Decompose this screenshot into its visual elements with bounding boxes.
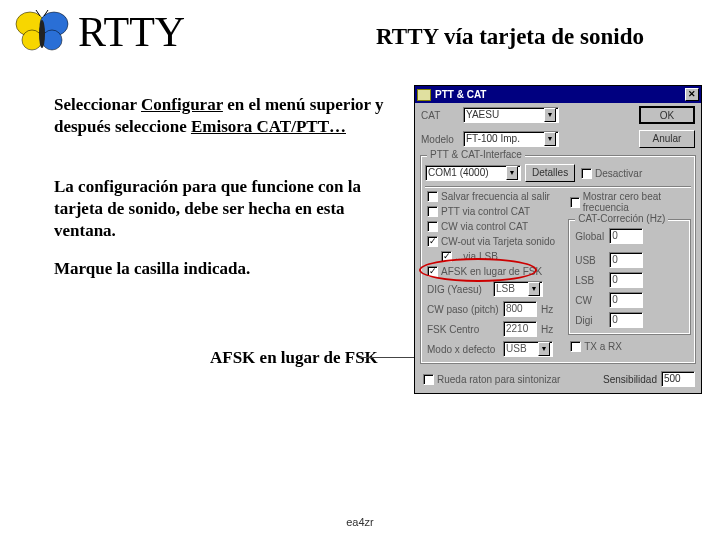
modelo-select[interactable]: FT-100 Imp.▼ bbox=[463, 131, 559, 147]
svg-point-2 bbox=[22, 30, 42, 50]
salvar-checkbox[interactable]: Salvar frecuencia al salir bbox=[425, 189, 566, 204]
fsk-centro-input[interactable]: 2210 bbox=[503, 321, 537, 337]
dig-yaesu-row: DIG (Yaesu) LSB▼ bbox=[425, 279, 566, 299]
butterfly-icon bbox=[14, 10, 70, 54]
cw-out-checkbox[interactable]: ✓CW-out via Tarjeta sonido bbox=[425, 234, 566, 249]
afsk-checkbox[interactable]: ✓AFSK en lugar de FSK bbox=[425, 264, 566, 279]
modo-defecto-select[interactable]: USB▼ bbox=[503, 341, 553, 357]
desactivar-checkbox[interactable]: Desactivar bbox=[579, 166, 644, 181]
mostrar-checkbox[interactable]: Mostrar cero beat frecuencia bbox=[568, 189, 691, 215]
lsb-input[interactable]: 0 bbox=[609, 272, 643, 288]
chevron-down-icon: ▼ bbox=[538, 342, 550, 356]
chevron-down-icon: ▼ bbox=[506, 166, 518, 180]
cw-input[interactable]: 0 bbox=[609, 292, 643, 308]
dig-yaesu-select[interactable]: LSB▼ bbox=[493, 281, 543, 297]
paragraph-1: Seleccionar Configurar en el menú superi… bbox=[54, 94, 394, 138]
footer-credit: ea4zr bbox=[0, 516, 720, 528]
cw-paso-input[interactable]: 800 bbox=[503, 301, 537, 317]
dialog-app-icon bbox=[417, 89, 431, 101]
via-lsb-checkbox[interactable]: ✓...via LSB bbox=[425, 249, 566, 264]
ptt-cat-checkbox[interactable]: PTT via control CAT bbox=[425, 204, 566, 219]
chevron-down-icon: ▼ bbox=[528, 282, 540, 296]
usb-input[interactable]: 0 bbox=[609, 252, 643, 268]
ptt-cat-interface-group: PTT & CAT-Interface COM1 (4000)▼ Detalle… bbox=[420, 155, 696, 364]
tx-rx-checkbox[interactable]: TX a RX bbox=[568, 339, 691, 354]
cat-label: CAT bbox=[421, 110, 459, 121]
paragraph-2: La configuración para que funcione con l… bbox=[54, 176, 394, 241]
fsk-centro-row: FSK Centro 2210 Hz bbox=[425, 319, 566, 339]
modo-defecto-row: Modo x defecto USB▼ bbox=[425, 339, 566, 359]
sensibilidad-label: Sensibilidad bbox=[603, 374, 657, 385]
paragraph-3: Marque la casilla indicada. bbox=[54, 258, 394, 280]
dialog-titlebar[interactable]: PTT & CAT ✕ bbox=[415, 86, 701, 103]
ok-button[interactable]: OK bbox=[639, 106, 695, 124]
global-input[interactable]: 0 bbox=[609, 228, 643, 244]
com-port-select[interactable]: COM1 (4000)▼ bbox=[425, 165, 521, 181]
svg-point-3 bbox=[42, 30, 62, 50]
ptt-cat-dialog: PTT & CAT ✕ CAT YAESU▼ OK Modelo FT-100 … bbox=[414, 85, 702, 394]
svg-point-4 bbox=[39, 20, 45, 48]
digi-input[interactable]: 0 bbox=[609, 312, 643, 328]
chevron-down-icon: ▼ bbox=[544, 108, 556, 122]
afsk-callout-label: AFSK en lugar de FSK bbox=[210, 348, 378, 368]
anular-button[interactable]: Anular bbox=[639, 130, 695, 148]
chevron-down-icon: ▼ bbox=[544, 132, 556, 146]
page-subtitle: RTTY vía tarjeta de sonido bbox=[376, 24, 644, 50]
dialog-title: PTT & CAT bbox=[435, 89, 486, 100]
cat-select[interactable]: YAESU▼ bbox=[463, 107, 559, 123]
group-legend: CAT-Correción (Hz) bbox=[575, 213, 668, 224]
cat-correccion-group: CAT-Correción (Hz) Global0 USB0 LSB0 CW0… bbox=[568, 219, 691, 335]
modelo-label: Modelo bbox=[421, 134, 459, 145]
group-legend: PTT & CAT-Interface bbox=[427, 149, 525, 160]
main-title: RTTY bbox=[78, 8, 185, 56]
rueda-raton-checkbox[interactable]: Rueda raton para sintonizar bbox=[421, 372, 599, 387]
close-icon[interactable]: ✕ bbox=[685, 88, 699, 101]
cw-cat-checkbox[interactable]: CW via control CAT bbox=[425, 219, 566, 234]
detalles-button[interactable]: Detalles bbox=[525, 164, 575, 182]
cw-paso-row: CW paso (pitch) 800 Hz bbox=[425, 299, 566, 319]
sensibilidad-input[interactable]: 500 bbox=[661, 371, 695, 387]
